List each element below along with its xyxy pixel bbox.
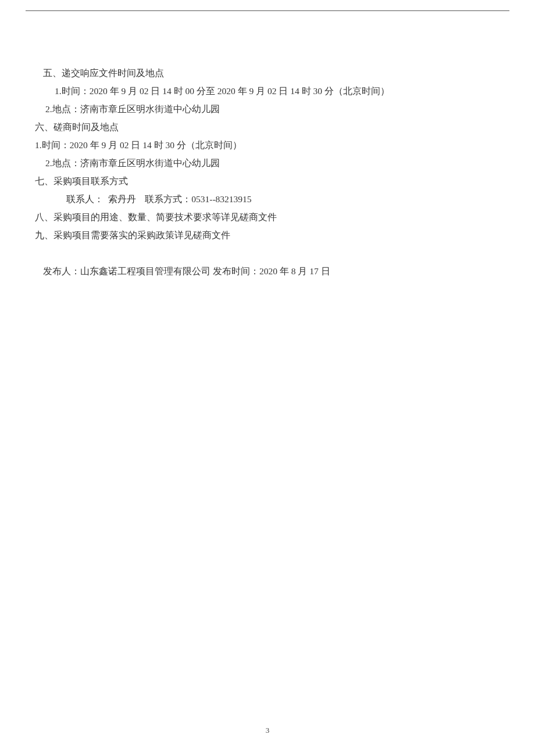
section-6-item-1: 1.时间：2020 年 9 月 02 日 14 时 30 分（北京时间） [35, 136, 500, 154]
section-5-item-2: 2.地点：济南市章丘区明水街道中心幼儿园 [35, 100, 500, 118]
section-6-item-2: 2.地点：济南市章丘区明水街道中心幼儿园 [35, 154, 500, 172]
section-5-heading: 五、递交响应文件时间及地点 [35, 64, 500, 82]
section-5-item-1: 1.时间：2020 年 9 月 02 日 14 时 00 分至 2020 年 9… [35, 82, 500, 100]
section-7-contact: 联系人： 索丹丹 联系方式：0531--83213915 [35, 190, 500, 208]
section-9-heading: 九、采购项目需要落实的采购政策详见磋商文件 [35, 226, 500, 244]
header-rule [26, 10, 509, 11]
section-7-heading: 七、采购项目联系方式 [35, 172, 500, 190]
section-6-heading: 六、磋商时间及地点 [35, 118, 500, 136]
page-number: 3 [0, 726, 535, 735]
publisher-line: 发布人：山东鑫诺工程项目管理有限公司 发布时间：2020 年 8 月 17 日 [35, 262, 500, 280]
document-body: 五、递交响应文件时间及地点 1.时间：2020 年 9 月 02 日 14 时 … [35, 64, 500, 280]
section-8-heading: 八、采购项目的用途、数量、简要技术要求等详见磋商文件 [35, 208, 500, 226]
blank-line [35, 244, 500, 262]
